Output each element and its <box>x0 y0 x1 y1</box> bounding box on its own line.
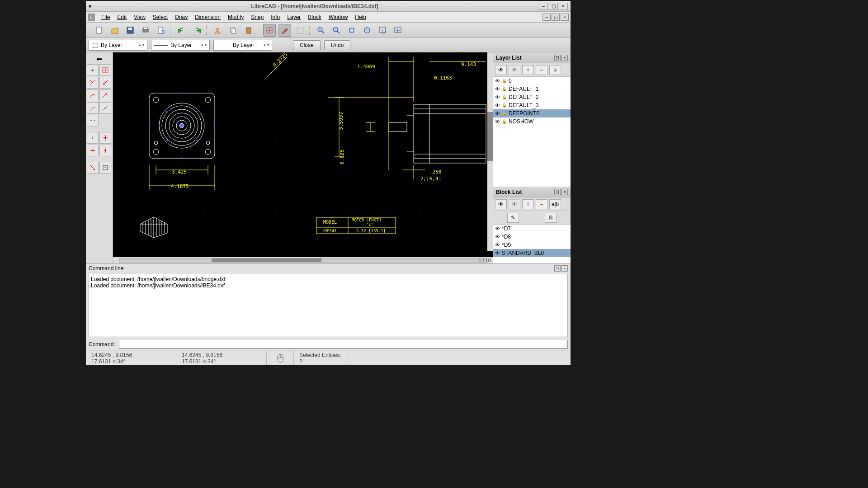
block-insert-tool[interactable] <box>99 162 111 174</box>
grid-tool[interactable] <box>99 64 111 76</box>
commandline-undock-button[interactable]: ▢ <box>554 265 561 272</box>
block-item[interactable]: 👁STANDARD_BL0 <box>493 249 571 257</box>
layer-hideall-button[interactable]: 👁 <box>509 65 520 75</box>
cut-button[interactable] <box>212 24 224 37</box>
layer-item[interactable]: 👁🔒NOSHOW <box>493 117 571 126</box>
layer-item[interactable]: 👁🔒DEFAULT_1 <box>493 85 571 93</box>
save-file-button[interactable] <box>124 24 137 37</box>
block-edit-button[interactable]: ✎ <box>507 213 519 223</box>
menu-select[interactable]: Select <box>149 13 171 21</box>
eye-icon[interactable]: 👁 <box>495 250 500 256</box>
menu-dimension[interactable]: Dimension <box>191 13 224 21</box>
eye-icon[interactable]: 👁 <box>495 86 500 92</box>
block-hideall-button[interactable]: 👁 <box>509 199 520 209</box>
color-combo[interactable]: By Layer▲▼ <box>89 40 147 51</box>
copy-button[interactable] <box>227 24 240 37</box>
eye-icon[interactable]: 👁 <box>495 242 500 248</box>
trim-line-tool[interactable] <box>87 77 99 89</box>
maximize-button[interactable]: ▢ <box>549 3 558 10</box>
horizontal-scrollbar[interactable]: 1 / 10 <box>113 257 493 263</box>
extend-tool[interactable] <box>87 89 99 101</box>
snap-intersect-tool[interactable] <box>99 145 111 156</box>
measure-tool[interactable] <box>87 162 99 174</box>
zoom-auto-button[interactable] <box>345 24 358 37</box>
grid-origin-tool[interactable]: + <box>87 64 99 76</box>
menu-draw[interactable]: Draw <box>171 13 191 21</box>
toggle-draft-button[interactable] <box>278 24 291 37</box>
layer-add-button[interactable]: + <box>522 65 534 75</box>
layer-item[interactable]: 👁🔒0 <box>493 77 571 85</box>
menu-layer[interactable]: Layer <box>283 13 304 21</box>
menu-view[interactable]: View <box>130 13 149 21</box>
eye-icon[interactable]: 👁 <box>495 234 500 239</box>
blocklist-close-button[interactable]: × <box>561 189 568 195</box>
mdi-close-button[interactable]: × <box>561 14 569 21</box>
print-button[interactable] <box>139 24 152 37</box>
undo-button[interactable] <box>175 24 188 37</box>
layer-item[interactable]: 👁🔒DEFAULT_3 <box>493 101 571 109</box>
lineweight-combo[interactable]: By Layer▲▼ <box>213 40 272 51</box>
vscroll-thumb[interactable] <box>487 112 493 162</box>
eye-icon[interactable]: 👁 <box>495 111 500 116</box>
block-remove-button[interactable]: − <box>536 199 547 209</box>
block-insert-button[interactable]: ⎘ <box>545 213 557 223</box>
menu-snap[interactable]: Snap <box>247 13 267 21</box>
snap-mid-tool[interactable] <box>87 145 99 156</box>
trim-multi-tool[interactable] <box>99 77 111 89</box>
fillet-tool[interactable] <box>87 102 99 114</box>
toggle-statusbar-button[interactable] <box>294 24 307 37</box>
toggle-grid-button[interactable] <box>263 24 276 37</box>
zoom-out-button[interactable] <box>330 24 343 37</box>
block-rename-button[interactable]: a|b <box>549 199 561 209</box>
zoom-window-button[interactable] <box>376 24 389 37</box>
zoom-in-button[interactable] <box>315 24 327 37</box>
lock-icon[interactable]: 🔒 <box>502 103 507 108</box>
menu-help[interactable]: Help <box>351 13 370 21</box>
eye-icon[interactable]: 👁 <box>495 119 500 124</box>
print-preview-button[interactable] <box>155 24 167 37</box>
block-item[interactable]: 👁*D7 <box>493 225 571 233</box>
lock-icon[interactable]: 🔒 <box>502 79 507 83</box>
layer-item[interactable]: 👁🔒DEFPOINTS <box>493 109 571 117</box>
paste-button[interactable] <box>242 24 255 37</box>
eye-icon[interactable]: 👁 <box>495 226 500 231</box>
hscroll-thumb[interactable] <box>212 258 321 262</box>
open-file-button[interactable] <box>108 24 121 37</box>
lock-icon[interactable]: 🔒 <box>502 87 507 91</box>
mdi-restore-button[interactable]: ▢ <box>552 14 560 21</box>
break-tool[interactable] <box>87 115 99 127</box>
toolbox-back-button[interactable]: ⬅ <box>87 54 112 63</box>
layer-item[interactable]: 👁🔒DEFAULT_2 <box>493 93 571 101</box>
layer-attributes-button[interactable]: ≡ <box>549 65 561 75</box>
minimize-button[interactable]: – <box>539 3 548 10</box>
command-log[interactable]: Loaded document: /home/jlwallen/Download… <box>89 274 568 337</box>
lock-icon[interactable]: 🔒 <box>502 119 507 124</box>
eye-icon[interactable]: 👁 <box>495 94 500 100</box>
linetype-combo[interactable]: By Layer▲▼ <box>151 40 210 51</box>
lock-icon[interactable]: 🔒 <box>502 111 507 116</box>
menu-file[interactable]: File <box>98 13 113 21</box>
block-list[interactable]: 👁*D7👁*D8👁*D9👁STANDARD_BL0 <box>493 225 571 263</box>
lock-icon[interactable]: 🔒 <box>502 95 507 99</box>
snap-endpoint-tool[interactable]: + <box>87 132 99 144</box>
close-action-button[interactable]: Close <box>293 40 321 50</box>
menu-block[interactable]: Block <box>304 13 325 21</box>
block-add-button[interactable]: + <box>522 199 534 209</box>
close-window-button[interactable]: × <box>559 3 568 10</box>
extend2-tool[interactable] <box>99 89 111 101</box>
menu-modify[interactable]: Modify <box>224 13 247 21</box>
layer-showall-button[interactable]: 👁 <box>495 65 507 75</box>
new-file-button[interactable] <box>93 24 106 37</box>
undo-action-button[interactable]: Undo <box>324 40 351 50</box>
mdi-minimize-button[interactable]: – <box>542 14 551 21</box>
layerlist-undock-button[interactable]: ▢ <box>554 55 561 61</box>
chamfer-tool[interactable] <box>99 102 111 114</box>
block-showall-button[interactable]: 👁 <box>495 199 507 209</box>
layerlist-close-button[interactable]: × <box>561 55 568 61</box>
eye-icon[interactable]: 👁 <box>495 78 500 84</box>
snap-center-tool[interactable] <box>99 132 111 144</box>
zoom-pan-button[interactable] <box>392 24 404 37</box>
drawing-canvas[interactable]: 0.2725 1.4869 9.143 0.1163 3.5937 0.625 … <box>113 52 493 257</box>
command-input[interactable] <box>119 340 568 349</box>
layer-list[interactable]: 👁🔒0👁🔒DEFAULT_1👁🔒DEFAULT_2👁🔒DEFAULT_3👁🔒DE… <box>493 77 571 187</box>
